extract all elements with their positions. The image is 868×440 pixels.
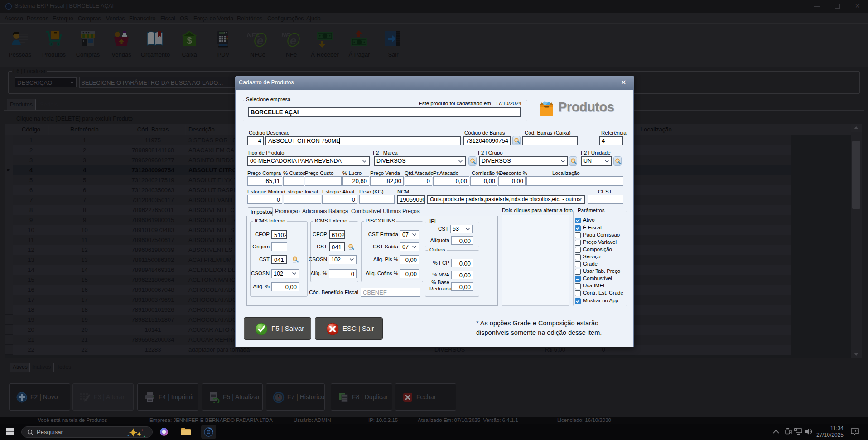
svg-text:e: e: [257, 34, 263, 47]
svg-text:$: $: [187, 35, 192, 45]
svg-text:NF: NF: [281, 31, 290, 39]
svg-text:e: e: [290, 34, 296, 47]
